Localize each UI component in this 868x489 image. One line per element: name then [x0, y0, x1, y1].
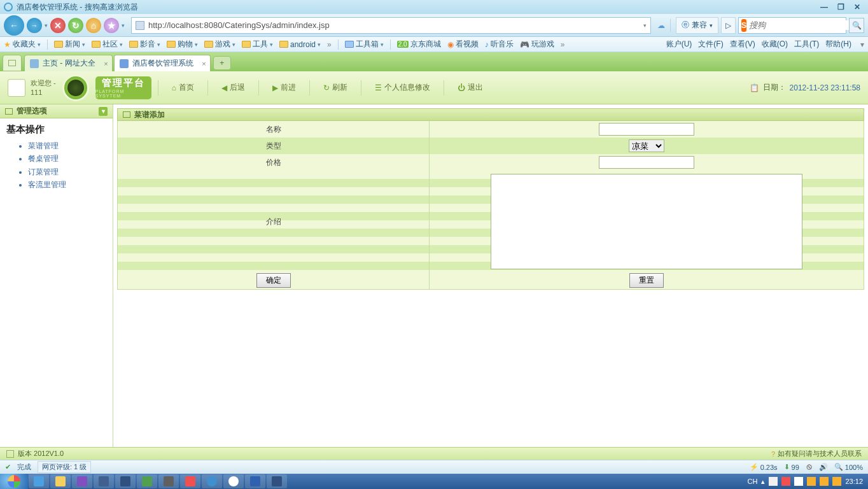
titlebar: 酒店餐饮管理系统 - 搜狗高速浏览器 — ❐ ✕ — [0, 0, 868, 14]
quick-music[interactable]: ♪听音乐 — [485, 39, 514, 50]
search-input[interactable] — [749, 20, 857, 30]
menu-account[interactable]: 账户(U) — [666, 39, 692, 50]
go-button[interactable]: ▷ — [721, 17, 736, 34]
bookmarks-bar: ★收藏夹▾ 新闻▾ 社区▾ 影音▾ 购物▾ 游戏▾ 工具▾ android▾ »… — [0, 37, 868, 52]
address-bar[interactable]: ▾ — [131, 17, 651, 34]
tab-list-button[interactable] — [3, 55, 22, 71]
url-input[interactable] — [148, 20, 640, 30]
favorites-menu[interactable]: ★收藏夹▾ — [4, 39, 41, 50]
browser-navbar: ← → ▾ ✕ ↻ ⌂ ★ ▾ ▾ ☁ ⓔ 兼容 ▾ ▷ S 🔍 — [0, 14, 868, 37]
tab-homepage[interactable]: 主页 - 网址大全× — [24, 55, 113, 71]
dropdown-icon[interactable]: ▾ — [643, 22, 647, 29]
menu-tool[interactable]: 工具(T) — [794, 39, 819, 50]
tab-label: 主页 - 网址大全 — [43, 58, 95, 69]
menu-fav[interactable]: 收藏(O) — [762, 39, 788, 50]
toolbox-menu[interactable]: 工具箱▾ — [345, 39, 384, 50]
bm-media[interactable]: 影音▾ — [129, 39, 160, 50]
cloud-icon[interactable]: ☁ — [657, 21, 665, 30]
menu-file[interactable]: 文件(F) — [698, 39, 723, 50]
home-button[interactable]: ⌂ — [86, 18, 101, 33]
bm-shopping[interactable]: 购物▾ — [167, 39, 198, 50]
maximize-button[interactable]: ❐ — [834, 2, 848, 12]
back-button[interactable]: ← — [4, 15, 24, 36]
quick-game[interactable]: 🎮玩游戏 — [520, 39, 554, 50]
quick-jd[interactable]: 2.0京东商城 — [397, 39, 441, 50]
search-box[interactable]: S — [738, 17, 846, 34]
bm-news[interactable]: 新闻▾ — [54, 39, 85, 50]
menu-help[interactable]: 帮助(H) — [825, 39, 851, 50]
compat-mode-button[interactable]: ⓔ 兼容 ▾ — [676, 17, 718, 34]
favorites-label: 收藏夹 — [13, 39, 36, 50]
window-title: 酒店餐饮管理系统 - 搜狗高速浏览器 — [17, 2, 138, 13]
forward-button[interactable]: → — [27, 18, 42, 33]
search-button[interactable]: 🔍 — [849, 18, 864, 33]
bm-tools[interactable]: 工具▾ — [242, 39, 273, 50]
menu-view[interactable]: 查看(V) — [730, 39, 755, 50]
tab-label: 酒店餐饮管理系统 — [132, 58, 193, 69]
minimize-button[interactable]: — — [817, 2, 831, 12]
page-icon — [136, 21, 144, 30]
bm-android[interactable]: android▾ — [279, 40, 321, 49]
close-icon[interactable]: × — [202, 60, 206, 67]
bm-games[interactable]: 游戏▾ — [204, 39, 235, 50]
new-tab-button[interactable]: + — [213, 56, 231, 70]
ie-icon: ⓔ — [682, 20, 689, 31]
sogou-icon: S — [741, 19, 746, 32]
app-icon — [4, 3, 13, 11]
quick-video[interactable]: ◉看视频 — [447, 39, 479, 50]
tab-catering[interactable]: 酒店餐饮管理系统× — [114, 55, 211, 71]
close-icon[interactable]: × — [104, 60, 108, 67]
bm-community[interactable]: 社区▾ — [92, 39, 123, 50]
compat-label: 兼容 — [692, 20, 707, 31]
favorite-button[interactable]: ★ — [104, 18, 119, 33]
stop-button[interactable]: ✕ — [50, 18, 66, 33]
close-button[interactable]: ✕ — [850, 2, 864, 12]
reload-button[interactable]: ↻ — [68, 18, 83, 33]
nav-sep — [670, 19, 671, 32]
tab-bar: 主页 - 网址大全× 酒店餐饮管理系统× + — [0, 52, 868, 71]
